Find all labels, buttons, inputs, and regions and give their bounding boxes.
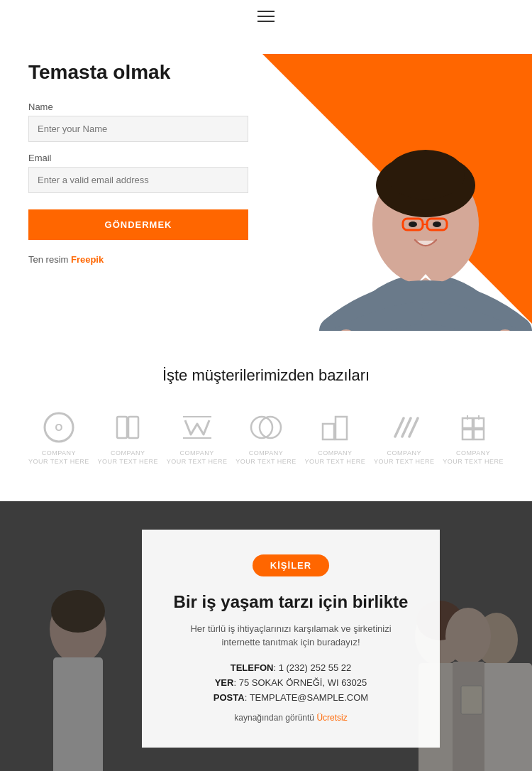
svg-rect-23 bbox=[336, 417, 347, 439]
svg-point-9 bbox=[433, 222, 441, 227]
hero-visual bbox=[227, 33, 532, 331]
name-label: Name bbox=[28, 102, 248, 112]
team-badge: KİŞİLER bbox=[253, 554, 329, 576]
hamburger-line-1 bbox=[257, 11, 275, 12]
clients-title: İşte müşterilerimizden bazıları bbox=[28, 366, 504, 385]
phone-label: TELEFON bbox=[231, 662, 274, 673]
source-text: kaynağından görüntü Ücretsiz bbox=[170, 713, 411, 723]
name-field-group: Name bbox=[28, 102, 248, 142]
client-logo-4-svg bbox=[248, 410, 284, 445]
client-logo-4-text: COMPANYYOUR TEXT HERE bbox=[235, 449, 297, 466]
svg-text:O: O bbox=[55, 422, 62, 433]
email-label: POSTA bbox=[214, 692, 245, 703]
svg-rect-22 bbox=[323, 424, 334, 439]
header bbox=[0, 0, 532, 33]
client-logo-3-svg bbox=[179, 410, 215, 445]
source-prefix: kaynağından görüntü bbox=[234, 713, 316, 723]
client-logo-1: O COMPANYYOUR TEXT HERE bbox=[28, 410, 89, 466]
hero-content: Temasta olmak Name Email GÖNDERMEK Ten r… bbox=[28, 61, 248, 265]
hero-title: Temasta olmak bbox=[28, 61, 248, 84]
svg-rect-15 bbox=[117, 417, 127, 438]
client-logo-1-text: COMPANYYOUR TEXT HERE bbox=[28, 449, 89, 466]
name-input[interactable] bbox=[28, 116, 248, 142]
client-logo-2-svg bbox=[110, 410, 145, 445]
svg-point-4 bbox=[387, 150, 465, 199]
client-logo-4: COMPANYYOUR TEXT HERE bbox=[235, 410, 297, 466]
client-logo-3: COMPANYYOUR TEXT HERE bbox=[167, 410, 228, 466]
client-logo-2-text: COMPANYYOUR TEXT HERE bbox=[97, 449, 158, 466]
email-field-group: Email bbox=[28, 153, 248, 193]
hero-section: Temasta olmak Name Email GÖNDERMEK Ten r… bbox=[0, 33, 532, 331]
clients-section: İşte müşterilerimizden bazıları O COMPAN… bbox=[0, 331, 532, 501]
team-card: KİŞİLER Bir iş yaşam tarzı için birlikte… bbox=[142, 530, 440, 747]
hamburger-line-3 bbox=[257, 21, 275, 22]
svg-rect-29 bbox=[474, 418, 484, 428]
client-logo-7-text: COMPANYYOUR TEXT HERE bbox=[443, 449, 504, 466]
phone-value: 1 (232) 252 55 22 bbox=[279, 662, 352, 673]
hamburger-line-2 bbox=[257, 16, 275, 17]
hero-image-svg bbox=[227, 33, 532, 331]
client-logo-1-svg: O bbox=[41, 410, 77, 445]
client-logo-5-text: COMPANYYOUR TEXT HERE bbox=[305, 449, 366, 466]
source-link[interactable]: Ücretsiz bbox=[316, 713, 347, 723]
client-logo-7-svg bbox=[455, 410, 491, 445]
team-description: Her türlü iş ihtiyaçlarınızı karşılamak … bbox=[170, 622, 411, 650]
svg-rect-30 bbox=[462, 430, 472, 439]
team-section: KİŞİLER Bir iş yaşam tarzı için birlikte… bbox=[0, 501, 532, 771]
submit-button[interactable]: GÖNDERMEK bbox=[28, 209, 248, 240]
phone-line: TELEFON: 1 (232) 252 55 22 bbox=[170, 662, 411, 673]
svg-rect-16 bbox=[128, 417, 138, 438]
svg-rect-28 bbox=[462, 418, 472, 428]
contact-form: Name Email GÖNDERMEK bbox=[28, 102, 248, 240]
contact-info: TELEFON: 1 (232) 252 55 22 YER: 75 SOKAK… bbox=[170, 662, 411, 703]
client-logo-6-svg bbox=[387, 410, 422, 445]
client-logo-3-text: COMPANYYOUR TEXT HERE bbox=[167, 449, 228, 466]
location-label: YER bbox=[215, 677, 234, 688]
location-value: 75 SOKAK ÖRNEĞİ, WI 63025 bbox=[239, 677, 367, 688]
svg-rect-31 bbox=[474, 430, 484, 439]
svg-point-8 bbox=[409, 222, 417, 227]
client-logo-5: COMPANYYOUR TEXT HERE bbox=[305, 410, 366, 466]
credit-link[interactable]: Freepik bbox=[71, 254, 104, 265]
location-line: YER: 75 SOKAK ÖRNEĞİ, WI 63025 bbox=[170, 677, 411, 688]
clients-logos-container: O COMPANYYOUR TEXT HERE COMPANYYOUR TEXT… bbox=[28, 410, 504, 466]
credit-text: Ten resim Freepik bbox=[28, 254, 248, 265]
email-value: TEMPLATE@SAMPLE.COM bbox=[250, 692, 369, 703]
email-input[interactable] bbox=[28, 167, 248, 193]
client-logo-2: COMPANYYOUR TEXT HERE bbox=[97, 410, 158, 466]
email-line: POSTA: TEMPLATE@SAMPLE.COM bbox=[170, 692, 411, 703]
credit-prefix: Ten resim bbox=[28, 254, 71, 265]
email-label: Email bbox=[28, 153, 248, 163]
team-title: Bir iş yaşam tarzı için birlikte bbox=[170, 591, 411, 613]
client-logo-5-svg bbox=[317, 410, 353, 445]
client-logo-6-text: COMPANYYOUR TEXT HERE bbox=[374, 449, 435, 466]
client-logo-7: COMPANYYOUR TEXT HERE bbox=[443, 410, 504, 466]
hamburger-menu-button[interactable] bbox=[257, 11, 275, 22]
client-logo-6: COMPANYYOUR TEXT HERE bbox=[374, 410, 435, 466]
hero-image bbox=[227, 33, 532, 331]
